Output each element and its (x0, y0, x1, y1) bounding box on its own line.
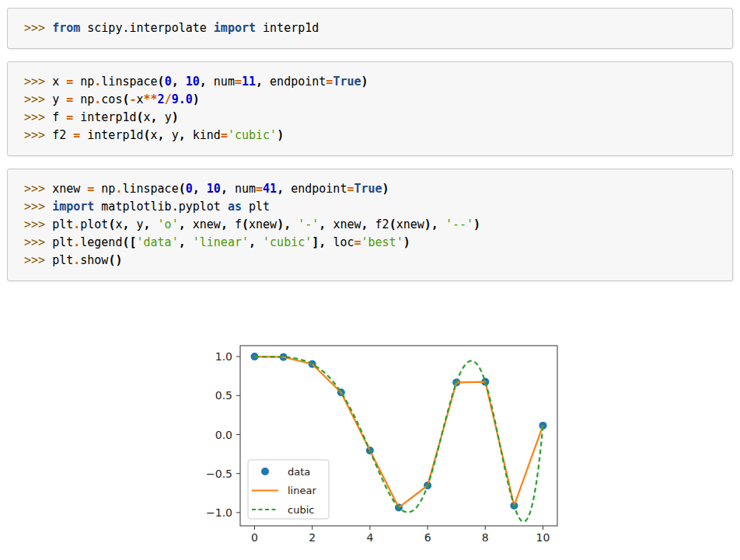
legend-marker-data (261, 468, 269, 475)
code-block-import-interp1d: >>> from scipy.interpolate import interp… (7, 8, 733, 49)
code-line: >>> f2 = interp1d(x, y, kind='cubic') (24, 127, 716, 144)
code-line: >>> plt.show() (24, 252, 716, 270)
matplotlib-figure: 02468101.00.50.0−0.5−1.0datalinearcubic (191, 332, 580, 559)
code-line: >>> plt.legend(['data', 'linear', 'cubic… (24, 234, 716, 252)
y-tick-label: −0.5 (206, 468, 232, 480)
y-tick-label: −1.0 (206, 506, 232, 519)
x-tick-label: 6 (424, 531, 431, 544)
y-tick-label: 0.0 (215, 429, 232, 441)
legend-label-data: data (288, 466, 310, 478)
legend-label-cubic: cubic (288, 504, 314, 516)
y-tick-label: 0.5 (215, 389, 232, 402)
code-line: >>> f = interp1d(x, y) (24, 109, 716, 127)
code-line: >>> import matplotlib.pyplot as plt (24, 198, 716, 216)
interpolation-chart: 02468101.00.50.0−0.5−1.0datalinearcubic (191, 332, 580, 559)
x-tick-label: 4 (366, 531, 373, 544)
code-line: >>> y = np.cos(-x**2/9.0) (24, 91, 716, 109)
code-line: >>> plt.plot(x, y, 'o', xnew, f(xnew), '… (24, 216, 716, 234)
code-line: >>> from scipy.interpolate import interp… (24, 19, 716, 37)
page: >>> from scipy.interpolate import interp… (7, 8, 733, 559)
x-tick-label: 8 (482, 531, 489, 544)
code-block-plot-commands: >>> xnew = np.linspace(0, 10, num=41, en… (7, 169, 733, 281)
code: >>> xnew = np.linspace(0, 10, num=41, en… (24, 180, 716, 270)
y-tick-label: 1.0 (215, 350, 232, 363)
code: >>> from scipy.interpolate import interp… (24, 19, 716, 37)
x-tick-label: 2 (309, 531, 316, 544)
code-line: >>> xnew = np.linspace(0, 10, num=41, en… (24, 180, 716, 198)
code-line: >>> x = np.linspace(0, 10, num=11, endpo… (24, 73, 716, 91)
x-tick-label: 10 (536, 531, 550, 544)
code: >>> x = np.linspace(0, 10, num=11, endpo… (24, 73, 716, 144)
x-tick-label: 0 (251, 531, 258, 544)
legend-label-linear: linear (288, 485, 316, 496)
code-block-build-interpolators: >>> x = np.linspace(0, 10, num=11, endpo… (7, 61, 733, 156)
code-examples: >>> from scipy.interpolate import interp… (7, 8, 733, 281)
